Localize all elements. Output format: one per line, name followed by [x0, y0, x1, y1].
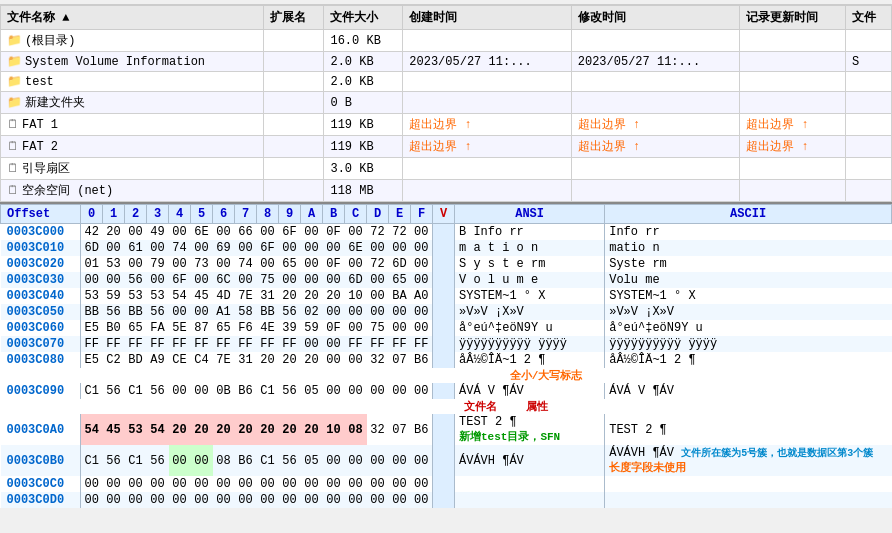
hex-byte-cell[interactable]: 00	[169, 304, 191, 320]
hex-byte-cell[interactable]: 00	[191, 492, 213, 508]
hex-byte-cell[interactable]: 20	[301, 414, 323, 445]
hex-byte-cell[interactable]: 07	[389, 414, 411, 445]
hex-byte-cell[interactable]: 08	[213, 445, 235, 476]
hex-byte-cell[interactable]: 66	[235, 224, 257, 241]
hex-byte-cell[interactable]: 00	[367, 240, 389, 256]
hex-byte-cell[interactable]: 75	[367, 320, 389, 336]
file-row[interactable]: 📁System Volume Information 2.0 KB 2023/0…	[1, 52, 892, 72]
hex-row[interactable]: 0003C0D000000000000000000000000000000000	[1, 492, 892, 508]
hex-byte-cell[interactable]: FF	[81, 336, 103, 352]
hex-byte-cell[interactable]: 00	[301, 336, 323, 352]
hex-byte-cell[interactable]: E5	[81, 352, 103, 368]
hex-byte-cell[interactable]: 00	[389, 304, 411, 320]
hex-byte-cell[interactable]: 00	[125, 224, 147, 241]
hex-byte-cell[interactable]: 00	[345, 383, 367, 399]
hex-byte-cell[interactable]: 02	[301, 304, 323, 320]
hex-byte-cell[interactable]: 05	[301, 383, 323, 399]
hex-byte-cell[interactable]: 00	[279, 240, 301, 256]
hex-byte-cell[interactable]: 00	[279, 476, 301, 492]
hex-byte-cell[interactable]: 00	[213, 224, 235, 241]
hex-byte-cell[interactable]: 74	[235, 256, 257, 272]
hex-byte-cell[interactable]: 65	[279, 256, 301, 272]
hex-row[interactable]: 0003C02001530079007300740065000F00726D00…	[1, 256, 892, 272]
hex-byte-cell[interactable]: 00	[367, 288, 389, 304]
col-created[interactable]: 创建时间	[403, 6, 571, 30]
hex-byte-cell[interactable]: 6D	[389, 256, 411, 272]
hex-byte-cell[interactable]: 56	[103, 383, 125, 399]
hex-row[interactable]: 0003C060E5B065FA5E8765F64E39590F00750000…	[1, 320, 892, 336]
hex-byte-cell[interactable]: 65	[389, 272, 411, 288]
hex-byte-cell[interactable]: 00	[169, 256, 191, 272]
file-row[interactable]: 📁test 2.0 KB	[1, 72, 892, 92]
hex-byte-cell[interactable]: 00	[411, 256, 433, 272]
hex-byte-cell[interactable]: 53	[103, 256, 125, 272]
hex-byte-cell[interactable]: 56	[103, 304, 125, 320]
hex-byte-cell[interactable]: FF	[367, 336, 389, 352]
hex-row[interactable]: 0003C080E5C2BDA9CEC47E3120202000003207B6…	[1, 352, 892, 368]
hex-byte-cell[interactable]: 00	[125, 476, 147, 492]
hex-byte-cell[interactable]: 45	[191, 288, 213, 304]
hex-byte-cell[interactable]: 00	[235, 492, 257, 508]
hex-byte-cell[interactable]: 53	[125, 288, 147, 304]
hex-byte-cell[interactable]: 00	[213, 476, 235, 492]
hex-byte-cell[interactable]: FF	[191, 336, 213, 352]
hex-row[interactable]: 0003C0C000000000000000000000000000000000	[1, 476, 892, 492]
hex-byte-cell[interactable]: 00	[323, 304, 345, 320]
hex-byte-cell[interactable]: FF	[411, 336, 433, 352]
hex-byte-cell[interactable]: 00	[147, 240, 169, 256]
hex-byte-cell[interactable]: 54	[169, 288, 191, 304]
hex-byte-cell[interactable]: 00	[389, 492, 411, 508]
hex-byte-cell[interactable]: 00	[191, 445, 213, 476]
hex-byte-cell[interactable]: 6E	[191, 224, 213, 241]
col-updated[interactable]: 记录更新时间	[740, 6, 846, 30]
hex-byte-cell[interactable]: 00	[147, 492, 169, 508]
hex-byte-cell[interactable]: B0	[103, 320, 125, 336]
hex-byte-cell[interactable]: 00	[169, 445, 191, 476]
hex-byte-cell[interactable]: 00	[323, 336, 345, 352]
hex-byte-cell[interactable]: 00	[323, 445, 345, 476]
hex-byte-cell[interactable]: A1	[213, 304, 235, 320]
hex-byte-cell[interactable]: 20	[191, 414, 213, 445]
hex-byte-cell[interactable]: 00	[411, 492, 433, 508]
hex-byte-cell[interactable]: 00	[191, 383, 213, 399]
hex-byte-cell[interactable]: B6	[235, 383, 257, 399]
hex-byte-cell[interactable]: 00	[367, 476, 389, 492]
hex-byte-cell[interactable]: CE	[169, 352, 191, 368]
hex-byte-cell[interactable]: 6C	[213, 272, 235, 288]
hex-byte-cell[interactable]: 75	[257, 272, 279, 288]
hex-row[interactable]: 0003C0A0544553542020202020202010083207B6…	[1, 414, 892, 445]
hex-byte-cell[interactable]: 00	[191, 272, 213, 288]
hex-byte-cell[interactable]: 05	[301, 445, 323, 476]
hex-byte-cell[interactable]: 00	[81, 272, 103, 288]
hex-byte-cell[interactable]: 00	[191, 240, 213, 256]
hex-byte-cell[interactable]: 73	[191, 256, 213, 272]
hex-byte-cell[interactable]: 6F	[169, 272, 191, 288]
hex-byte-cell[interactable]: 00	[213, 492, 235, 508]
hex-byte-cell[interactable]: 00	[411, 476, 433, 492]
hex-byte-cell[interactable]: 31	[257, 288, 279, 304]
hex-byte-cell[interactable]: 39	[279, 320, 301, 336]
hex-byte-cell[interactable]: 72	[367, 256, 389, 272]
hex-byte-cell[interactable]: 56	[279, 304, 301, 320]
hex-byte-cell[interactable]: 49	[147, 224, 169, 241]
hex-byte-cell[interactable]: 00	[411, 240, 433, 256]
hex-byte-cell[interactable]: 56	[147, 383, 169, 399]
hex-byte-cell[interactable]: 20	[323, 288, 345, 304]
hex-byte-cell[interactable]: 6D	[81, 240, 103, 256]
hex-byte-cell[interactable]: 00	[345, 224, 367, 241]
hex-byte-cell[interactable]: 53	[147, 288, 169, 304]
hex-byte-cell[interactable]: 7E	[235, 288, 257, 304]
hex-byte-cell[interactable]: C1	[125, 383, 147, 399]
hex-byte-cell[interactable]: 00	[389, 445, 411, 476]
hex-byte-cell[interactable]: 00	[367, 383, 389, 399]
hex-byte-cell[interactable]: C1	[257, 383, 279, 399]
hex-byte-cell[interactable]: 00	[411, 272, 433, 288]
hex-byte-cell[interactable]: 4D	[213, 288, 235, 304]
hex-byte-cell[interactable]: A0	[411, 288, 433, 304]
hex-byte-cell[interactable]: 00	[257, 476, 279, 492]
file-row[interactable]: 🗒FAT 2 119 KB 超出边界 ↑ 超出边界 ↑ 超出边界 ↑	[1, 136, 892, 158]
hex-byte-cell[interactable]: 56	[103, 445, 125, 476]
hex-byte-cell[interactable]: 72	[389, 224, 411, 241]
file-row[interactable]: 📁新建文件夹 0 B	[1, 92, 892, 114]
hex-byte-cell[interactable]: FF	[169, 336, 191, 352]
